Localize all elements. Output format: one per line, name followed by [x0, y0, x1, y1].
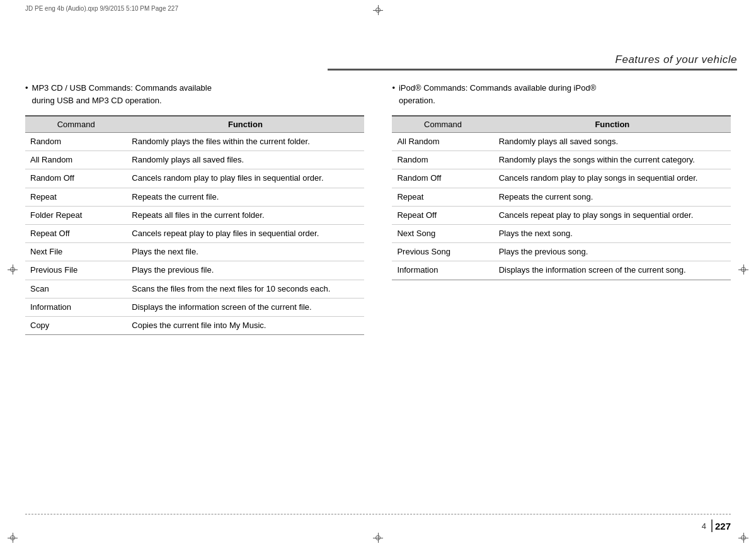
reg-crosshair-bottom-left	[8, 533, 18, 545]
left-intro-line2: during USB and MP3 CD operation.	[32, 96, 162, 105]
left-func-cell: Copies the current file into My Music.	[127, 316, 364, 334]
reg-crosshair-left	[8, 264, 18, 276]
left-intro-line1: MP3 CD / USB Commands: Commands availabl…	[32, 83, 212, 93]
left-func-cell: Plays the previous file.	[127, 261, 364, 280]
footer-separator	[711, 520, 713, 532]
right-table: Command Function All RandomRandomly play…	[392, 115, 731, 280]
footer-page-number: 227	[715, 521, 731, 531]
left-col2-header: Function	[127, 116, 364, 133]
right-cmd-cell: Previous Song	[392, 243, 493, 261]
right-func-cell: Repeats the current song.	[494, 188, 731, 206]
left-cmd-cell: Scan	[25, 280, 127, 298]
left-func-cell: Scans the files from the next files for …	[127, 280, 364, 298]
left-cmd-cell: Information	[25, 298, 127, 316]
footer-divider	[25, 514, 731, 514]
right-func-cell: Displays the information screen of the c…	[494, 261, 731, 280]
left-table-row: InformationDisplays the information scre…	[25, 298, 364, 316]
right-table-row: Next SongPlays the next song.	[392, 224, 731, 242]
right-cmd-cell: All Random	[392, 133, 493, 151]
right-cmd-cell: Information	[392, 261, 493, 280]
right-cmd-cell: Repeat	[392, 188, 493, 206]
left-table-row: Repeat OffCancels repeat play to play fi…	[25, 224, 364, 242]
left-func-cell: Cancels random play to play files in seq…	[127, 169, 364, 188]
left-func-cell: Displays the information screen of the c…	[127, 298, 364, 316]
right-table-row: Random OffCancels random play to play so…	[392, 169, 731, 188]
page-title: Features of your vehicle	[328, 54, 737, 66]
right-table-row: RandomRandomly plays the songs within th…	[392, 151, 731, 169]
left-intro-text: MP3 CD / USB Commands: Commands availabl…	[32, 82, 212, 106]
right-cmd-cell: Repeat Off	[392, 206, 493, 224]
right-table-row: Repeat OffCancels repeat play to play so…	[392, 206, 731, 224]
left-table: Command Function RandomRandomly plays th…	[25, 115, 364, 335]
right-func-cell: Randomly plays the songs within the curr…	[494, 151, 731, 169]
right-table-row: RepeatRepeats the current song.	[392, 188, 731, 206]
intro-section: • MP3 CD / USB Commands: Commands availa…	[25, 82, 731, 106]
right-func-cell: Plays the previous song.	[494, 243, 731, 261]
reg-crosshair-bottom-right	[738, 533, 748, 545]
left-table-row: RepeatRepeats the current file.	[25, 188, 364, 206]
left-table-row: RandomRandomly plays the files within th…	[25, 133, 364, 151]
left-table-row: Folder RepeatRepeats all files in the cu…	[25, 206, 364, 224]
right-intro: • iPod® Commands: Commands available dur…	[392, 82, 731, 106]
right-table-container: Command Function All RandomRandomly play…	[392, 115, 731, 335]
right-table-row: InformationDisplays the information scre…	[392, 261, 731, 280]
left-func-cell: Cancels repeat play to play files in seq…	[127, 224, 364, 242]
left-table-row: Next FilePlays the next file.	[25, 243, 364, 261]
left-table-row: Previous FilePlays the previous file.	[25, 261, 364, 280]
reg-crosshair-right	[738, 264, 748, 276]
footer-chapter: 4	[702, 521, 706, 531]
footer: 4 227	[25, 514, 731, 532]
reg-crosshair-top-center	[373, 5, 383, 17]
right-col1-header: Command	[392, 116, 493, 133]
left-cmd-cell: Repeat Off	[25, 224, 127, 242]
right-table-row: All RandomRandomly plays all saved songs…	[392, 133, 731, 151]
left-intro: • MP3 CD / USB Commands: Commands availa…	[25, 82, 364, 106]
page-title-bar: Features of your vehicle	[328, 54, 756, 71]
left-func-cell: Randomly plays all saved files.	[127, 151, 364, 169]
left-table-row: Random OffCancels random play to play fi…	[25, 169, 364, 188]
left-table-row: All RandomRandomly plays all saved files…	[25, 151, 364, 169]
left-table-row: CopyCopies the current file into My Musi…	[25, 316, 364, 334]
right-intro-line2: operation.	[399, 96, 435, 105]
left-cmd-cell: Next File	[25, 243, 127, 261]
title-underline	[328, 69, 737, 71]
right-table-row: Previous SongPlays the previous song.	[392, 243, 731, 261]
left-cmd-cell: All Random	[25, 151, 127, 169]
right-func-cell: Cancels random play to play songs in seq…	[494, 169, 731, 188]
left-cmd-cell: Repeat	[25, 188, 127, 206]
header-registration: JD PE eng 4b (Audio).qxp 9/9/2015 5:10 P…	[25, 5, 178, 12]
right-bullet: • iPod® Commands: Commands available dur…	[392, 82, 731, 106]
bullet-symbol-right: •	[392, 82, 395, 106]
left-func-cell: Plays the next file.	[127, 243, 364, 261]
right-cmd-cell: Random Off	[392, 169, 493, 188]
left-cmd-cell: Copy	[25, 316, 127, 334]
left-cmd-cell: Random	[25, 133, 127, 151]
right-func-cell: Randomly plays all saved songs.	[494, 133, 731, 151]
right-cmd-cell: Next Song	[392, 224, 493, 242]
left-func-cell: Repeats all files in the current folder.	[127, 206, 364, 224]
left-table-container: Command Function RandomRandomly plays th…	[25, 115, 364, 335]
reg-crosshair-bottom-center	[373, 533, 383, 545]
right-intro-line1: iPod® Commands: Commands available durin…	[399, 83, 596, 93]
right-func-cell: Cancels repeat play to play songs in seq…	[494, 206, 731, 224]
left-cmd-cell: Folder Repeat	[25, 206, 127, 224]
footer-page-info: 4 227	[25, 520, 731, 532]
left-col1-header: Command	[25, 116, 127, 133]
left-cmd-cell: Previous File	[25, 261, 127, 280]
bullet-symbol-left: •	[25, 82, 28, 106]
left-func-cell: Repeats the current file.	[127, 188, 364, 206]
left-func-cell: Randomly plays the files within the curr…	[127, 133, 364, 151]
right-func-cell: Plays the next song.	[494, 224, 731, 242]
left-bullet: • MP3 CD / USB Commands: Commands availa…	[25, 82, 364, 106]
right-cmd-cell: Random	[392, 151, 493, 169]
left-table-row: ScanScans the files from the next files …	[25, 280, 364, 298]
header-reg-text: JD PE eng 4b (Audio).qxp 9/9/2015 5:10 P…	[25, 5, 178, 12]
tables-section: Command Function RandomRandomly plays th…	[25, 115, 731, 335]
left-cmd-cell: Random Off	[25, 169, 127, 188]
right-intro-text: iPod® Commands: Commands available durin…	[399, 82, 596, 106]
main-content: • MP3 CD / USB Commands: Commands availa…	[25, 82, 731, 501]
right-col2-header: Function	[494, 116, 731, 133]
